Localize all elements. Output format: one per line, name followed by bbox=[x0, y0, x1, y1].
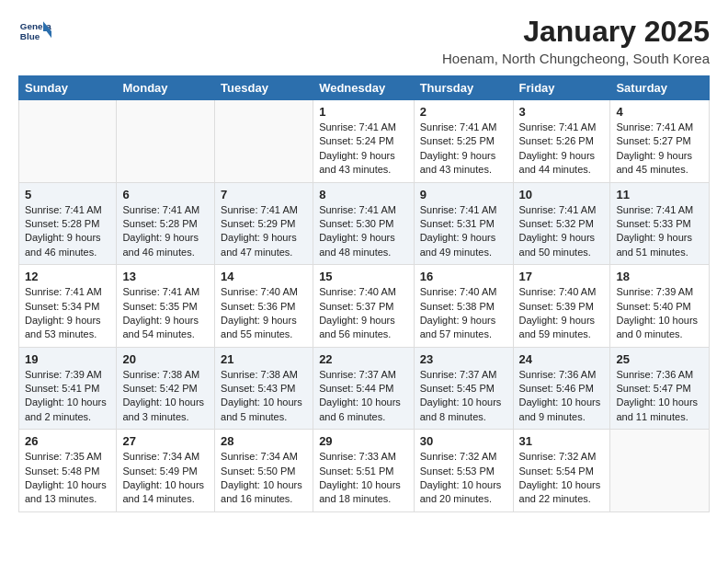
calendar-cell: 28Sunrise: 7:34 AMSunset: 5:50 PMDayligh… bbox=[215, 430, 313, 512]
cell-content: Sunrise: 7:36 AMSunset: 5:47 PMDaylight:… bbox=[616, 368, 703, 425]
calendar-table: SundayMondayTuesdayWednesdayThursdayFrid… bbox=[18, 75, 710, 512]
cell-content: Sunrise: 7:41 AMSunset: 5:28 PMDaylight:… bbox=[25, 203, 110, 260]
calendar-cell: 22Sunrise: 7:37 AMSunset: 5:44 PMDayligh… bbox=[313, 347, 415, 430]
calendar-cell: 18Sunrise: 7:39 AMSunset: 5:40 PMDayligh… bbox=[610, 265, 710, 348]
weekday-header-saturday: Saturday bbox=[610, 76, 710, 100]
cell-content: Sunrise: 7:33 AMSunset: 5:51 PMDaylight:… bbox=[319, 450, 408, 507]
day-number: 1 bbox=[319, 105, 408, 119]
day-number: 7 bbox=[221, 188, 307, 201]
week-row-3: 12Sunrise: 7:41 AMSunset: 5:34 PMDayligh… bbox=[19, 265, 710, 348]
cell-content: Sunrise: 7:32 AMSunset: 5:54 PMDaylight:… bbox=[519, 450, 605, 507]
calendar-cell: 12Sunrise: 7:41 AMSunset: 5:34 PMDayligh… bbox=[19, 265, 117, 348]
cell-content: Sunrise: 7:36 AMSunset: 5:46 PMDaylight:… bbox=[519, 368, 605, 425]
day-number: 27 bbox=[122, 434, 209, 448]
day-number: 31 bbox=[519, 434, 605, 448]
cell-content: Sunrise: 7:40 AMSunset: 5:38 PMDaylight:… bbox=[420, 285, 507, 342]
calendar-cell: 25Sunrise: 7:36 AMSunset: 5:47 PMDayligh… bbox=[610, 347, 710, 430]
day-number: 30 bbox=[420, 434, 507, 448]
cell-content: Sunrise: 7:37 AMSunset: 5:44 PMDaylight:… bbox=[319, 368, 408, 425]
calendar-cell: 3Sunrise: 7:41 AMSunset: 5:26 PMDaylight… bbox=[513, 100, 610, 183]
cell-content: Sunrise: 7:38 AMSunset: 5:42 PMDaylight:… bbox=[122, 368, 209, 425]
calendar-cell: 23Sunrise: 7:37 AMSunset: 5:45 PMDayligh… bbox=[414, 347, 513, 430]
weekday-header-wednesday: Wednesday bbox=[313, 76, 415, 100]
day-number: 10 bbox=[519, 188, 605, 201]
calendar-cell: 27Sunrise: 7:34 AMSunset: 5:49 PMDayligh… bbox=[117, 430, 215, 512]
header: General Blue January 2025 Hoenam, North … bbox=[18, 15, 710, 66]
cell-content: Sunrise: 7:32 AMSunset: 5:53 PMDaylight:… bbox=[420, 450, 507, 507]
calendar-cell: 7Sunrise: 7:41 AMSunset: 5:29 PMDaylight… bbox=[215, 182, 313, 265]
cell-content: Sunrise: 7:40 AMSunset: 5:39 PMDaylight:… bbox=[519, 285, 605, 342]
week-row-5: 26Sunrise: 7:35 AMSunset: 5:48 PMDayligh… bbox=[19, 430, 710, 512]
calendar-cell: 24Sunrise: 7:36 AMSunset: 5:46 PMDayligh… bbox=[513, 347, 610, 430]
calendar-cell: 4Sunrise: 7:41 AMSunset: 5:27 PMDaylight… bbox=[610, 100, 710, 183]
calendar-cell: 5Sunrise: 7:41 AMSunset: 5:28 PMDaylight… bbox=[19, 182, 117, 265]
week-row-1: 1Sunrise: 7:41 AMSunset: 5:24 PMDaylight… bbox=[19, 100, 710, 183]
calendar-cell: 1Sunrise: 7:41 AMSunset: 5:24 PMDaylight… bbox=[313, 100, 415, 183]
calendar-cell: 29Sunrise: 7:33 AMSunset: 5:51 PMDayligh… bbox=[313, 430, 415, 512]
calendar-cell: 14Sunrise: 7:40 AMSunset: 5:36 PMDayligh… bbox=[215, 265, 313, 348]
day-number: 23 bbox=[420, 352, 507, 366]
calendar-cell bbox=[117, 100, 215, 183]
calendar-cell: 2Sunrise: 7:41 AMSunset: 5:25 PMDaylight… bbox=[414, 100, 513, 183]
month-title: January 2025 bbox=[442, 15, 710, 49]
logo: General Blue bbox=[18, 15, 55, 48]
calendar-cell: 20Sunrise: 7:38 AMSunset: 5:42 PMDayligh… bbox=[117, 347, 215, 430]
day-number: 2 bbox=[420, 105, 507, 119]
weekday-header-tuesday: Tuesday bbox=[215, 76, 313, 100]
title-block: January 2025 Hoenam, North Chungcheong, … bbox=[442, 15, 710, 66]
cell-content: Sunrise: 7:34 AMSunset: 5:50 PMDaylight:… bbox=[221, 450, 307, 507]
day-number: 14 bbox=[221, 270, 307, 283]
calendar-cell: 11Sunrise: 7:41 AMSunset: 5:33 PMDayligh… bbox=[610, 182, 710, 265]
day-number: 8 bbox=[319, 188, 408, 201]
day-number: 11 bbox=[616, 188, 703, 201]
cell-content: Sunrise: 7:41 AMSunset: 5:24 PMDaylight:… bbox=[319, 121, 408, 178]
cell-content: Sunrise: 7:40 AMSunset: 5:36 PMDaylight:… bbox=[221, 285, 307, 342]
calendar-cell: 16Sunrise: 7:40 AMSunset: 5:38 PMDayligh… bbox=[414, 265, 513, 348]
weekday-header-row: SundayMondayTuesdayWednesdayThursdayFrid… bbox=[19, 76, 710, 100]
calendar-cell: 8Sunrise: 7:41 AMSunset: 5:30 PMDaylight… bbox=[313, 182, 415, 265]
calendar-cell: 26Sunrise: 7:35 AMSunset: 5:48 PMDayligh… bbox=[19, 430, 117, 512]
day-number: 22 bbox=[319, 352, 408, 366]
day-number: 4 bbox=[616, 105, 703, 119]
weekday-header-monday: Monday bbox=[117, 76, 215, 100]
day-number: 9 bbox=[420, 188, 507, 201]
day-number: 3 bbox=[519, 105, 605, 119]
week-row-2: 5Sunrise: 7:41 AMSunset: 5:28 PMDaylight… bbox=[19, 182, 710, 265]
cell-content: Sunrise: 7:41 AMSunset: 5:30 PMDaylight:… bbox=[319, 203, 408, 260]
day-number: 21 bbox=[221, 352, 307, 366]
calendar-cell bbox=[610, 430, 710, 512]
cell-content: Sunrise: 7:41 AMSunset: 5:33 PMDaylight:… bbox=[616, 203, 703, 260]
calendar-cell: 13Sunrise: 7:41 AMSunset: 5:35 PMDayligh… bbox=[117, 265, 215, 348]
cell-content: Sunrise: 7:41 AMSunset: 5:31 PMDaylight:… bbox=[420, 203, 507, 260]
day-number: 24 bbox=[519, 352, 605, 366]
calendar-cell: 15Sunrise: 7:40 AMSunset: 5:37 PMDayligh… bbox=[313, 265, 415, 348]
calendar-cell: 19Sunrise: 7:39 AMSunset: 5:41 PMDayligh… bbox=[19, 347, 117, 430]
day-number: 20 bbox=[122, 352, 209, 366]
day-number: 17 bbox=[519, 270, 605, 283]
weekday-header-sunday: Sunday bbox=[19, 76, 117, 100]
calendar-cell: 9Sunrise: 7:41 AMSunset: 5:31 PMDaylight… bbox=[414, 182, 513, 265]
day-number: 16 bbox=[420, 270, 507, 283]
day-number: 19 bbox=[25, 352, 110, 366]
day-number: 29 bbox=[319, 434, 408, 448]
cell-content: Sunrise: 7:41 AMSunset: 5:35 PMDaylight:… bbox=[122, 285, 209, 342]
cell-content: Sunrise: 7:39 AMSunset: 5:41 PMDaylight:… bbox=[25, 368, 110, 425]
cell-content: Sunrise: 7:41 AMSunset: 5:34 PMDaylight:… bbox=[25, 285, 110, 342]
cell-content: Sunrise: 7:41 AMSunset: 5:26 PMDaylight:… bbox=[519, 121, 605, 178]
day-number: 12 bbox=[25, 270, 110, 283]
page: General Blue January 2025 Hoenam, North … bbox=[0, 0, 728, 527]
day-number: 25 bbox=[616, 352, 703, 366]
cell-content: Sunrise: 7:41 AMSunset: 5:29 PMDaylight:… bbox=[221, 203, 307, 260]
week-row-4: 19Sunrise: 7:39 AMSunset: 5:41 PMDayligh… bbox=[19, 347, 710, 430]
calendar-cell: 21Sunrise: 7:38 AMSunset: 5:43 PMDayligh… bbox=[215, 347, 313, 430]
cell-content: Sunrise: 7:41 AMSunset: 5:27 PMDaylight:… bbox=[616, 121, 703, 178]
cell-content: Sunrise: 7:41 AMSunset: 5:32 PMDaylight:… bbox=[519, 203, 605, 260]
weekday-header-thursday: Thursday bbox=[414, 76, 513, 100]
day-number: 15 bbox=[319, 270, 408, 283]
day-number: 5 bbox=[25, 188, 110, 201]
calendar-cell: 10Sunrise: 7:41 AMSunset: 5:32 PMDayligh… bbox=[513, 182, 610, 265]
weekday-header-friday: Friday bbox=[513, 76, 610, 100]
logo-icon: General Blue bbox=[18, 15, 51, 48]
svg-text:Blue: Blue bbox=[20, 31, 40, 41]
calendar-cell: 30Sunrise: 7:32 AMSunset: 5:53 PMDayligh… bbox=[414, 430, 513, 512]
